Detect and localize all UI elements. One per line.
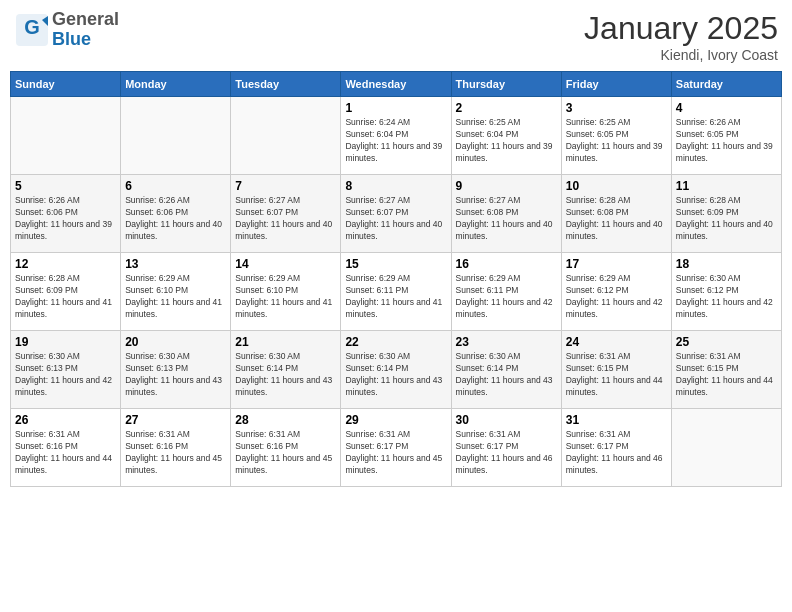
day-cell: 25Sunrise: 6:31 AM Sunset: 6:15 PM Dayli… xyxy=(671,331,781,409)
calendar-table: SundayMondayTuesdayWednesdayThursdayFrid… xyxy=(10,71,782,487)
day-number: 22 xyxy=(345,335,446,349)
day-number: 25 xyxy=(676,335,777,349)
day-cell: 28Sunrise: 6:31 AM Sunset: 6:16 PM Dayli… xyxy=(231,409,341,487)
day-cell: 26Sunrise: 6:31 AM Sunset: 6:16 PM Dayli… xyxy=(11,409,121,487)
calendar-location: Kiendi, Ivory Coast xyxy=(584,47,778,63)
day-cell xyxy=(11,97,121,175)
day-cell: 13Sunrise: 6:29 AM Sunset: 6:10 PM Dayli… xyxy=(121,253,231,331)
day-info: Sunrise: 6:25 AM Sunset: 6:04 PM Dayligh… xyxy=(456,117,557,165)
header-cell-thursday: Thursday xyxy=(451,72,561,97)
logo-icon: G xyxy=(14,12,50,48)
day-cell: 29Sunrise: 6:31 AM Sunset: 6:17 PM Dayli… xyxy=(341,409,451,487)
day-info: Sunrise: 6:27 AM Sunset: 6:08 PM Dayligh… xyxy=(456,195,557,243)
day-cell: 18Sunrise: 6:30 AM Sunset: 6:12 PM Dayli… xyxy=(671,253,781,331)
day-number: 20 xyxy=(125,335,226,349)
day-cell: 19Sunrise: 6:30 AM Sunset: 6:13 PM Dayli… xyxy=(11,331,121,409)
day-number: 15 xyxy=(345,257,446,271)
week-row-2: 5Sunrise: 6:26 AM Sunset: 6:06 PM Daylig… xyxy=(11,175,782,253)
day-number: 12 xyxy=(15,257,116,271)
day-info: Sunrise: 6:28 AM Sunset: 6:08 PM Dayligh… xyxy=(566,195,667,243)
day-cell: 12Sunrise: 6:28 AM Sunset: 6:09 PM Dayli… xyxy=(11,253,121,331)
day-info: Sunrise: 6:30 AM Sunset: 6:14 PM Dayligh… xyxy=(345,351,446,399)
title-block: January 2025 Kiendi, Ivory Coast xyxy=(584,10,778,63)
day-info: Sunrise: 6:31 AM Sunset: 6:17 PM Dayligh… xyxy=(456,429,557,477)
day-number: 4 xyxy=(676,101,777,115)
day-number: 29 xyxy=(345,413,446,427)
day-cell: 11Sunrise: 6:28 AM Sunset: 6:09 PM Dayli… xyxy=(671,175,781,253)
day-number: 30 xyxy=(456,413,557,427)
header-cell-monday: Monday xyxy=(121,72,231,97)
day-cell: 22Sunrise: 6:30 AM Sunset: 6:14 PM Dayli… xyxy=(341,331,451,409)
logo-text: General Blue xyxy=(52,10,119,50)
day-info: Sunrise: 6:31 AM Sunset: 6:15 PM Dayligh… xyxy=(566,351,667,399)
day-number: 24 xyxy=(566,335,667,349)
day-info: Sunrise: 6:31 AM Sunset: 6:17 PM Dayligh… xyxy=(566,429,667,477)
calendar-body: 1Sunrise: 6:24 AM Sunset: 6:04 PM Daylig… xyxy=(11,97,782,487)
day-number: 16 xyxy=(456,257,557,271)
day-info: Sunrise: 6:24 AM Sunset: 6:04 PM Dayligh… xyxy=(345,117,446,165)
day-info: Sunrise: 6:31 AM Sunset: 6:17 PM Dayligh… xyxy=(345,429,446,477)
header-cell-saturday: Saturday xyxy=(671,72,781,97)
day-info: Sunrise: 6:28 AM Sunset: 6:09 PM Dayligh… xyxy=(15,273,116,321)
day-info: Sunrise: 6:26 AM Sunset: 6:06 PM Dayligh… xyxy=(15,195,116,243)
day-info: Sunrise: 6:31 AM Sunset: 6:16 PM Dayligh… xyxy=(235,429,336,477)
day-number: 2 xyxy=(456,101,557,115)
svg-text:G: G xyxy=(24,16,40,38)
day-cell: 14Sunrise: 6:29 AM Sunset: 6:10 PM Dayli… xyxy=(231,253,341,331)
day-cell: 6Sunrise: 6:26 AM Sunset: 6:06 PM Daylig… xyxy=(121,175,231,253)
day-info: Sunrise: 6:30 AM Sunset: 6:12 PM Dayligh… xyxy=(676,273,777,321)
day-info: Sunrise: 6:30 AM Sunset: 6:13 PM Dayligh… xyxy=(15,351,116,399)
day-info: Sunrise: 6:30 AM Sunset: 6:14 PM Dayligh… xyxy=(456,351,557,399)
day-cell: 27Sunrise: 6:31 AM Sunset: 6:16 PM Dayli… xyxy=(121,409,231,487)
day-number: 31 xyxy=(566,413,667,427)
day-number: 1 xyxy=(345,101,446,115)
day-cell: 15Sunrise: 6:29 AM Sunset: 6:11 PM Dayli… xyxy=(341,253,451,331)
week-row-4: 19Sunrise: 6:30 AM Sunset: 6:13 PM Dayli… xyxy=(11,331,782,409)
day-number: 6 xyxy=(125,179,226,193)
day-number: 7 xyxy=(235,179,336,193)
calendar-title: January 2025 xyxy=(584,10,778,47)
day-info: Sunrise: 6:31 AM Sunset: 6:15 PM Dayligh… xyxy=(676,351,777,399)
day-cell: 9Sunrise: 6:27 AM Sunset: 6:08 PM Daylig… xyxy=(451,175,561,253)
calendar-header: SundayMondayTuesdayWednesdayThursdayFrid… xyxy=(11,72,782,97)
day-cell: 16Sunrise: 6:29 AM Sunset: 6:11 PM Dayli… xyxy=(451,253,561,331)
day-cell xyxy=(231,97,341,175)
day-cell: 8Sunrise: 6:27 AM Sunset: 6:07 PM Daylig… xyxy=(341,175,451,253)
page-header: G General Blue January 2025 Kiendi, Ivor… xyxy=(10,10,782,63)
day-cell: 23Sunrise: 6:30 AM Sunset: 6:14 PM Dayli… xyxy=(451,331,561,409)
day-cell: 24Sunrise: 6:31 AM Sunset: 6:15 PM Dayli… xyxy=(561,331,671,409)
day-number: 26 xyxy=(15,413,116,427)
day-number: 21 xyxy=(235,335,336,349)
week-row-5: 26Sunrise: 6:31 AM Sunset: 6:16 PM Dayli… xyxy=(11,409,782,487)
day-cell: 7Sunrise: 6:27 AM Sunset: 6:07 PM Daylig… xyxy=(231,175,341,253)
day-cell xyxy=(121,97,231,175)
day-cell xyxy=(671,409,781,487)
day-info: Sunrise: 6:30 AM Sunset: 6:14 PM Dayligh… xyxy=(235,351,336,399)
day-number: 5 xyxy=(15,179,116,193)
day-cell: 17Sunrise: 6:29 AM Sunset: 6:12 PM Dayli… xyxy=(561,253,671,331)
day-cell: 5Sunrise: 6:26 AM Sunset: 6:06 PM Daylig… xyxy=(11,175,121,253)
day-info: Sunrise: 6:29 AM Sunset: 6:10 PM Dayligh… xyxy=(235,273,336,321)
day-number: 3 xyxy=(566,101,667,115)
day-cell: 1Sunrise: 6:24 AM Sunset: 6:04 PM Daylig… xyxy=(341,97,451,175)
day-info: Sunrise: 6:27 AM Sunset: 6:07 PM Dayligh… xyxy=(235,195,336,243)
day-number: 13 xyxy=(125,257,226,271)
day-info: Sunrise: 6:28 AM Sunset: 6:09 PM Dayligh… xyxy=(676,195,777,243)
day-info: Sunrise: 6:31 AM Sunset: 6:16 PM Dayligh… xyxy=(15,429,116,477)
day-cell: 10Sunrise: 6:28 AM Sunset: 6:08 PM Dayli… xyxy=(561,175,671,253)
day-info: Sunrise: 6:31 AM Sunset: 6:16 PM Dayligh… xyxy=(125,429,226,477)
header-row: SundayMondayTuesdayWednesdayThursdayFrid… xyxy=(11,72,782,97)
day-info: Sunrise: 6:29 AM Sunset: 6:11 PM Dayligh… xyxy=(456,273,557,321)
day-cell: 2Sunrise: 6:25 AM Sunset: 6:04 PM Daylig… xyxy=(451,97,561,175)
day-cell: 31Sunrise: 6:31 AM Sunset: 6:17 PM Dayli… xyxy=(561,409,671,487)
day-info: Sunrise: 6:26 AM Sunset: 6:05 PM Dayligh… xyxy=(676,117,777,165)
day-cell: 21Sunrise: 6:30 AM Sunset: 6:14 PM Dayli… xyxy=(231,331,341,409)
day-cell: 20Sunrise: 6:30 AM Sunset: 6:13 PM Dayli… xyxy=(121,331,231,409)
day-cell: 30Sunrise: 6:31 AM Sunset: 6:17 PM Dayli… xyxy=(451,409,561,487)
day-number: 8 xyxy=(345,179,446,193)
day-info: Sunrise: 6:29 AM Sunset: 6:12 PM Dayligh… xyxy=(566,273,667,321)
day-number: 19 xyxy=(15,335,116,349)
day-number: 10 xyxy=(566,179,667,193)
day-info: Sunrise: 6:27 AM Sunset: 6:07 PM Dayligh… xyxy=(345,195,446,243)
day-number: 9 xyxy=(456,179,557,193)
